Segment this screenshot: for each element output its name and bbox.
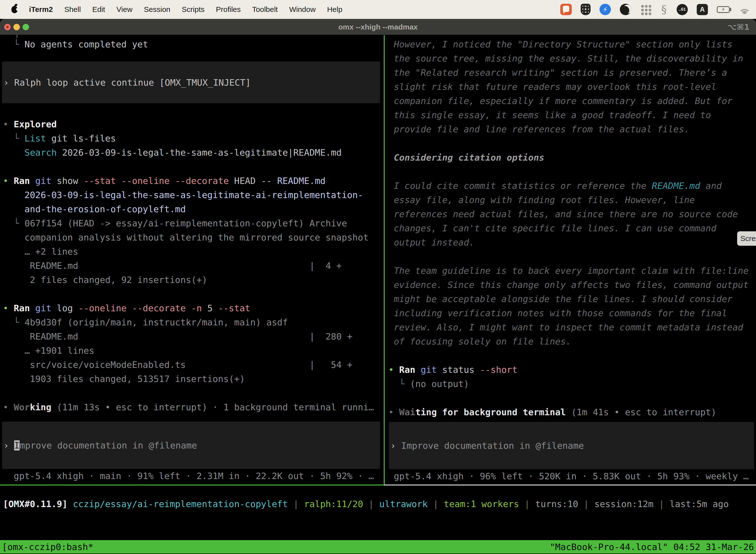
crescent-circle-icon[interactable] bbox=[620, 4, 631, 15]
terminal-line: the "Related research writing" section i… bbox=[387, 65, 756, 80]
right-pane[interactable]: However, I noticed the "Directory Struct… bbox=[387, 35, 756, 483]
terminal-line: … +1901 lines bbox=[0, 343, 384, 358]
right-model-statusline: gpt-5.4 xhigh · 96% left · 520K in · 5.8… bbox=[387, 469, 756, 483]
terminal-line: gpt-5.4 xhigh · main · 91% left · 2.31M … bbox=[0, 469, 384, 483]
pane-divider[interactable] bbox=[384, 35, 385, 486]
right-agent-log: However, I noticed the "Directory Struct… bbox=[387, 37, 756, 419]
menu-profiles[interactable]: Profiles bbox=[216, 5, 241, 14]
agents-summary: └ No agents completed yet bbox=[0, 37, 384, 51]
chat-bubble-icon[interactable] bbox=[560, 4, 572, 15]
terminal-line bbox=[387, 391, 756, 405]
terminal-line bbox=[0, 287, 384, 301]
ralph-loop-line: › Ralph loop active continue [OMX_TMUX_I… bbox=[2, 75, 380, 90]
left-agent-log: • Explored └ List git ls-files Search 20… bbox=[0, 117, 384, 414]
menu-session[interactable]: Session bbox=[144, 5, 170, 14]
letter-a-icon[interactable]: A bbox=[697, 4, 708, 15]
apple-menu-icon[interactable] bbox=[11, 6, 18, 13]
terminal-line: › Improve documentation in @filename bbox=[389, 439, 754, 453]
tmux-status-bar: [omx-cczip0:bash* "MacBook-Pro-44.local"… bbox=[0, 540, 756, 554]
terminal-line: └ No agents completed yet bbox=[0, 37, 384, 51]
menu-help[interactable]: Help bbox=[327, 5, 342, 14]
window-title: omx --xhigh --madmax bbox=[0, 23, 756, 31]
terminal-content: └ No agents completed yet › Ralph loop a… bbox=[0, 35, 756, 554]
right-prompt-input[interactable]: › Improve documentation in @filename bbox=[389, 422, 754, 469]
menu-edit[interactable]: Edit bbox=[92, 5, 105, 14]
menu-toolbelt[interactable]: Toolbelt bbox=[252, 5, 278, 14]
terminal-line: companion analysis without altering the … bbox=[0, 230, 384, 244]
terminal-line: The team guideline is to back every impo… bbox=[387, 264, 756, 278]
terminal-line bbox=[387, 136, 756, 151]
terminal-line: gpt-5.4 xhigh · 96% left · 520K in · 5.8… bbox=[387, 469, 756, 483]
terminal-line: including verification notes with those … bbox=[387, 306, 756, 320]
terminal-line: review. Also, I might want to inspect th… bbox=[387, 320, 756, 334]
menu-view[interactable]: View bbox=[117, 5, 132, 14]
terminal-line: src/voice/voiceModeEnabled.ts | 54 + bbox=[0, 358, 384, 372]
terminal-line: references need actual files, and since … bbox=[387, 207, 756, 221]
left-pane-bottom-border bbox=[0, 485, 384, 486]
squiggle-icon[interactable] bbox=[660, 3, 668, 16]
terminal-line: › Improve documentation in @filename bbox=[2, 438, 380, 452]
terminal-line: └ List git ls-files bbox=[0, 131, 384, 146]
terminal-line: Search 2026-03-09-is-legal-the-same-as-l… bbox=[0, 146, 384, 160]
terminal-line: this single essay, it seems like a good … bbox=[387, 108, 756, 122]
terminal-line: 1903 files changed, 513517 insertions(+) bbox=[0, 372, 384, 386]
terminal-window: omx --xhigh --madmax ⌥⌘1 └ No agents com… bbox=[0, 19, 756, 554]
terminal-line bbox=[387, 165, 756, 179]
menu-scripts[interactable]: Scripts bbox=[182, 5, 205, 14]
shield-grid-icon[interactable] bbox=[581, 4, 590, 15]
left-prompt-line: › Improve documentation in @filename bbox=[2, 438, 380, 452]
window-shortcut-badge: ⌥⌘1 bbox=[728, 22, 750, 32]
terminal-line: › Ralph loop active continue [OMX_TMUX_I… bbox=[2, 75, 380, 90]
terminal-line: README.md | 4 + bbox=[0, 259, 384, 273]
terminal-line: └ 067f154 (HEAD -> essay/ai-reimplementa… bbox=[0, 216, 384, 230]
terminal-line: • Ran git log --oneline --decorate -n 5 … bbox=[0, 301, 384, 315]
menubar: iTerm2 Shell Edit View Session Scripts P… bbox=[0, 0, 756, 19]
terminal-line: 2026-03-09-is-legal-the-same-as-legitima… bbox=[0, 188, 384, 202]
terminal-line bbox=[0, 386, 384, 400]
terminal-line: provide file and line references from th… bbox=[387, 122, 756, 136]
badge-61-icon[interactable]: ..61 bbox=[677, 4, 688, 15]
wifi-icon[interactable] bbox=[739, 5, 751, 14]
right-pane-bottom-border bbox=[384, 485, 756, 486]
terminal-line: [OMX#0.11.9] cczip/essay/ai-reimplementa… bbox=[0, 497, 756, 511]
terminal-line bbox=[387, 348, 756, 363]
terminal-line: and-the-erosion-of-copyleft.md bbox=[0, 202, 384, 216]
left-pane[interactable]: └ No agents completed yet › Ralph loop a… bbox=[0, 35, 384, 483]
terminal-line: • Working (11m 13s • esc to interrupt) ·… bbox=[0, 400, 384, 414]
terminal-line: • Ran git show --stat --oneline --decora… bbox=[0, 174, 384, 188]
terminal-line: output instead. bbox=[387, 235, 756, 250]
ralph-loop-box: › Ralph loop active continue [OMX_TMUX_I… bbox=[2, 62, 380, 103]
dots-grid-icon[interactable] bbox=[640, 4, 651, 15]
terminal-line: └ 4b9d30f (origin/main, instructkr/main,… bbox=[0, 315, 384, 329]
lightning-badge-icon[interactable] bbox=[600, 4, 611, 15]
battery-icon[interactable] bbox=[717, 6, 730, 13]
left-prompt-input[interactable]: › Improve documentation in @filename bbox=[2, 422, 380, 469]
terminal-line: • Waiting for background terminal (1m 41… bbox=[387, 405, 756, 419]
omx-status-line: [OMX#0.11.9] cczip/essay/ai-reimplementa… bbox=[0, 497, 756, 511]
titlebar[interactable]: omx --xhigh --madmax ⌥⌘1 bbox=[0, 19, 756, 35]
terminal-line: However, I noticed the "Directory Struct… bbox=[387, 37, 756, 51]
terminal-line: slight risk that future readers may over… bbox=[387, 80, 756, 94]
terminal-line: I could cite commit statistics or refere… bbox=[387, 179, 756, 193]
terminal-line: • Ran git status --short bbox=[387, 363, 756, 377]
menu-app-name[interactable]: iTerm2 bbox=[29, 5, 53, 14]
terminal-line bbox=[0, 160, 384, 174]
terminal-line: changes, I can't cite specific file line… bbox=[387, 221, 756, 235]
terminal-line: Considering citation options bbox=[387, 151, 756, 165]
terminal-line: might be acceptable alongside the file l… bbox=[387, 292, 756, 306]
terminal-line: essay file, along with finding root file… bbox=[387, 193, 756, 207]
menubar-status-icons: ..61 A bbox=[560, 3, 751, 16]
terminal-line: the source tree, missing the essay. Stil… bbox=[387, 51, 756, 65]
terminal-line: • Explored bbox=[0, 117, 384, 131]
right-prompt-line: › Improve documentation in @filename bbox=[389, 439, 754, 453]
menu-shell[interactable]: Shell bbox=[64, 5, 81, 14]
screen-overlay-stub[interactable]: Scre bbox=[737, 231, 756, 246]
terminal-line bbox=[387, 250, 756, 264]
terminal-line: of focusing solely on file lines. bbox=[387, 334, 756, 348]
menu-window[interactable]: Window bbox=[289, 5, 316, 14]
terminal-line: evidence. Since this change only affects… bbox=[387, 278, 756, 292]
terminal-line: … +2 lines bbox=[0, 244, 384, 259]
terminal-line: companion file, especially if more comme… bbox=[387, 94, 756, 108]
terminal-line: README.md | 280 + bbox=[0, 329, 384, 343]
tmux-host-clock: "MacBook-Pro-44.local" 04:52 31-Mar-26 bbox=[550, 542, 754, 552]
